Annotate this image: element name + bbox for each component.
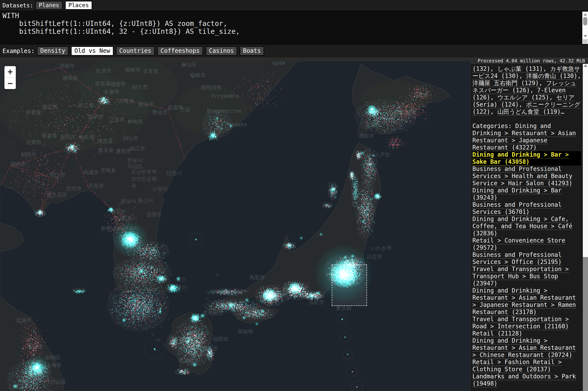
category-item[interactable]: Dining and Drinking > Bar (39243) xyxy=(472,187,581,201)
status-text: Processed 4.04 million rows, 42.32 MiB xyxy=(473,58,588,64)
category-item[interactable]: Landmarks and Outdoors > Park (19498) xyxy=(472,373,581,387)
example-button-boats[interactable]: Boats xyxy=(240,46,264,56)
brand-item[interactable]: 洋服の青山 (130) xyxy=(526,73,577,80)
query-editor-wrap: WITH bitShiftLeft(1::UInt64, {z:UInt8}) … xyxy=(0,11,588,44)
scroll-up-icon[interactable] xyxy=(584,64,588,67)
brand-item[interactable]: しゃぶ葉 (131) xyxy=(497,65,543,72)
map-zoom-control: + − xyxy=(4,66,16,89)
top-names-list: (132), しゃぶ葉 (131), カギ救急サービス24 (130), 洋服の… xyxy=(472,65,581,115)
dataset-button-planes[interactable]: Planes xyxy=(35,1,63,10)
category-item[interactable]: Business and Professional Services (3670… xyxy=(472,201,581,216)
examples-label: Examples: xyxy=(2,48,35,55)
zoom-out-button[interactable]: − xyxy=(4,78,16,89)
brand-item[interactable]: (132) xyxy=(472,65,490,72)
zoom-in-button[interactable]: + xyxy=(4,66,16,78)
example-button-casinos[interactable]: Casinos xyxy=(205,46,237,56)
datasets-bar: Datasets: PlanesPlaces xyxy=(0,0,588,11)
example-button-group: DensityOld vs NewCountriesCoffeeshopsCas… xyxy=(37,46,264,56)
category-item-selected[interactable]: Dining and Drinking > Bar > Sake Bar (43… xyxy=(472,151,581,166)
example-button-old-vs-new[interactable]: Old vs New xyxy=(71,46,114,56)
category-item[interactable]: Retail (21128) xyxy=(472,330,581,337)
example-button-coffeeshops[interactable]: Coffeeshops xyxy=(157,46,203,56)
map-selection-box[interactable] xyxy=(332,265,367,306)
map[interactable]: + − xyxy=(0,61,470,391)
category-item[interactable]: Travel and Transportation > Road > Inter… xyxy=(472,316,581,330)
sidebar-scrollbar[interactable] xyxy=(583,62,588,391)
results-sidebar: (132), しゃぶ葉 (131), カギ救急サービス24 (130), 洋服の… xyxy=(470,64,583,391)
example-button-countries[interactable]: Countries xyxy=(116,46,155,56)
category-item[interactable]: Travel and Transportation > Transport Hu… xyxy=(472,266,581,287)
brand-item[interactable]: 洋麺屋 五右衛門 (129) xyxy=(472,80,539,87)
resize-grip-icon[interactable] xyxy=(583,39,588,43)
spacer xyxy=(472,115,581,123)
content-area: Processed 4.04 million rows, 42.32 MiB +… xyxy=(0,58,588,391)
brand-item[interactable]: ウエルシア (125) xyxy=(497,94,549,101)
category-item[interactable]: Retail > Convenience Store (29572) xyxy=(472,237,581,251)
category-item[interactable]: Business and Professional Services > Off… xyxy=(472,251,581,266)
category-item[interactable]: Dining and Drinking > Cafe, Coffee, and … xyxy=(472,216,581,237)
scroll-down-icon[interactable] xyxy=(584,35,587,37)
query-editor[interactable]: WITH bitShiftLeft(1::UInt64, {z:UInt8}) … xyxy=(2,12,581,44)
dataset-button-group: PlanesPlaces xyxy=(35,1,92,10)
scrollbar-thumb[interactable] xyxy=(583,257,588,391)
categories-list: Categories: Dining and Drinking > Restau… xyxy=(472,123,581,387)
sidebar-content: (132), しゃぶ葉 (131), カギ救急サービス24 (130), 洋服の… xyxy=(472,65,581,387)
category-item[interactable]: Business and Professional Services > Hea… xyxy=(472,166,581,187)
categories-label: Categories: xyxy=(472,123,515,129)
dataset-button-places[interactable]: Places xyxy=(65,1,92,10)
scrollbar-thumb[interactable] xyxy=(583,17,587,25)
brand-item[interactable]: 山田うどん食堂 (119) xyxy=(497,108,561,115)
category-item[interactable]: Dining and Drinking > Restaurant > Asian… xyxy=(472,337,581,359)
category-item[interactable]: Retail > Fashion Retail > Clothing Store… xyxy=(472,359,581,373)
datasets-label: Datasets: xyxy=(2,2,33,9)
example-button-density[interactable]: Density xyxy=(37,46,69,56)
scroll-up-icon[interactable] xyxy=(584,13,587,15)
map-canvas[interactable] xyxy=(0,61,470,391)
category-item[interactable]: Dining and Drinking > Restaurant > Asian… xyxy=(472,287,581,316)
query-editor-scrollbar[interactable] xyxy=(582,11,588,44)
examples-bar: Examples: DensityOld vs NewCountriesCoff… xyxy=(0,44,588,58)
